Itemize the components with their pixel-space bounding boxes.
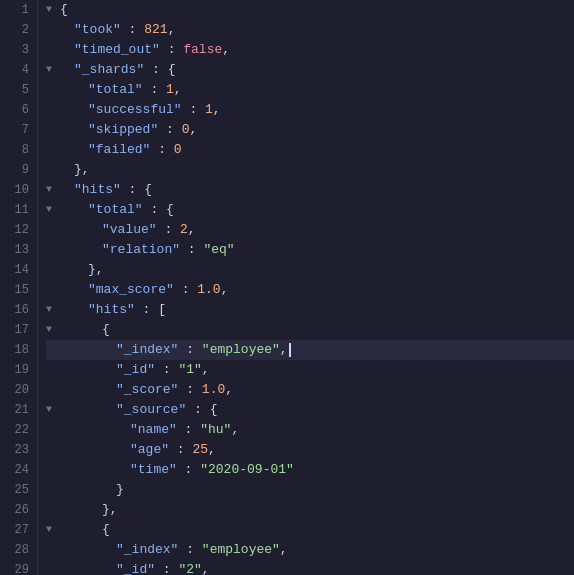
fold-arrow[interactable] — [46, 340, 60, 360]
fold-arrow[interactable] — [46, 100, 60, 120]
fold-arrow[interactable] — [46, 240, 60, 260]
comma-token: , — [208, 440, 216, 460]
indent — [60, 160, 74, 180]
string-token: "2" — [178, 560, 201, 575]
fold-arrow[interactable] — [46, 120, 60, 140]
fold-arrow[interactable]: ▼ — [46, 300, 60, 320]
line-number: 18 — [8, 340, 29, 360]
key-token: "_shards" — [74, 60, 144, 80]
fold-arrow[interactable]: ▼ — [46, 60, 60, 80]
number-token: 1.0 — [197, 280, 220, 300]
fold-arrow[interactable] — [46, 440, 60, 460]
comma-token: , — [280, 540, 288, 560]
comma-token: , — [202, 560, 210, 575]
line-number: 10 — [8, 180, 29, 200]
line-number: 20 — [8, 380, 29, 400]
fold-arrow[interactable] — [46, 380, 60, 400]
code-area[interactable]: ▼{ "took" : 821, "timed_out" : false,▼ "… — [38, 0, 574, 575]
number-token: 0 — [174, 140, 182, 160]
indent — [60, 20, 74, 40]
fold-arrow[interactable]: ▼ — [46, 520, 60, 540]
number-token: 25 — [192, 440, 208, 460]
fold-arrow[interactable] — [46, 560, 60, 575]
indent — [60, 320, 102, 340]
text-cursor — [289, 343, 291, 357]
fold-arrow[interactable] — [46, 460, 60, 480]
indent — [60, 560, 116, 575]
line-number: 13 — [8, 240, 29, 260]
boolean-false-token: false — [183, 40, 222, 60]
code-line: } — [46, 480, 574, 500]
fold-arrow[interactable] — [46, 220, 60, 240]
colon-token: : — [160, 40, 183, 60]
fold-arrow[interactable] — [46, 80, 60, 100]
string-token: "1" — [178, 360, 201, 380]
colon-token: : — [180, 240, 203, 260]
code-line: "value" : 2, — [46, 220, 574, 240]
fold-arrow[interactable]: ▼ — [46, 320, 60, 340]
fold-arrow[interactable]: ▼ — [46, 400, 60, 420]
line-number: 14 — [8, 260, 29, 280]
indent — [60, 500, 102, 520]
key-token: "successful" — [88, 100, 182, 120]
brace-token: { — [166, 200, 174, 220]
fold-arrow[interactable] — [46, 260, 60, 280]
colon-token: : — [150, 140, 173, 160]
code-line: "successful" : 1, — [46, 100, 574, 120]
key-token: "age" — [130, 440, 169, 460]
colon-token: : — [178, 380, 201, 400]
colon-token: : — [169, 440, 192, 460]
key-token: "time" — [130, 460, 177, 480]
fold-arrow[interactable]: ▼ — [46, 200, 60, 220]
fold-arrow[interactable] — [46, 140, 60, 160]
fold-arrow[interactable] — [46, 160, 60, 180]
bracket-token: [ — [158, 300, 166, 320]
comma-token: , — [231, 420, 239, 440]
key-token: "took" — [74, 20, 121, 40]
code-line: "timed_out" : false, — [46, 40, 574, 60]
code-line: "age" : 25, — [46, 440, 574, 460]
line-number: 1 — [8, 0, 29, 20]
number-token: 2 — [180, 220, 188, 240]
fold-arrow[interactable] — [46, 540, 60, 560]
indent — [60, 60, 74, 80]
line-number: 7 — [8, 120, 29, 140]
comma-token: , — [280, 340, 288, 360]
code-line: }, — [46, 260, 574, 280]
brace-token: { — [168, 60, 176, 80]
key-token: "_index" — [116, 340, 178, 360]
indent — [60, 260, 88, 280]
brace-token: }, — [102, 500, 118, 520]
fold-arrow[interactable] — [46, 40, 60, 60]
indent — [60, 180, 74, 200]
indent — [60, 40, 74, 60]
fold-arrow[interactable]: ▼ — [46, 180, 60, 200]
fold-arrow[interactable] — [46, 480, 60, 500]
fold-arrow[interactable] — [46, 280, 60, 300]
colon-token: : — [144, 60, 167, 80]
brace-token: } — [116, 480, 124, 500]
code-line: "relation" : "eq" — [46, 240, 574, 260]
colon-token: : — [182, 100, 205, 120]
fold-arrow[interactable] — [46, 420, 60, 440]
code-line: ▼{ — [46, 0, 574, 20]
key-token: "_score" — [116, 380, 178, 400]
colon-token: : — [186, 400, 209, 420]
comma-token: , — [189, 120, 197, 140]
fold-arrow[interactable] — [46, 20, 60, 40]
string-token: "2020-09-01" — [200, 460, 294, 480]
number-token: 0 — [182, 120, 190, 140]
brace-token: { — [210, 400, 218, 420]
indent — [60, 300, 88, 320]
line-number: 21 — [8, 400, 29, 420]
indent — [60, 340, 116, 360]
line-number: 15 — [8, 280, 29, 300]
fold-arrow[interactable] — [46, 360, 60, 380]
fold-arrow[interactable]: ▼ — [46, 0, 60, 20]
key-token: "timed_out" — [74, 40, 160, 60]
indent — [60, 200, 88, 220]
comma-token: , — [188, 220, 196, 240]
indent — [60, 80, 88, 100]
fold-arrow[interactable] — [46, 500, 60, 520]
comma-token: , — [213, 100, 221, 120]
